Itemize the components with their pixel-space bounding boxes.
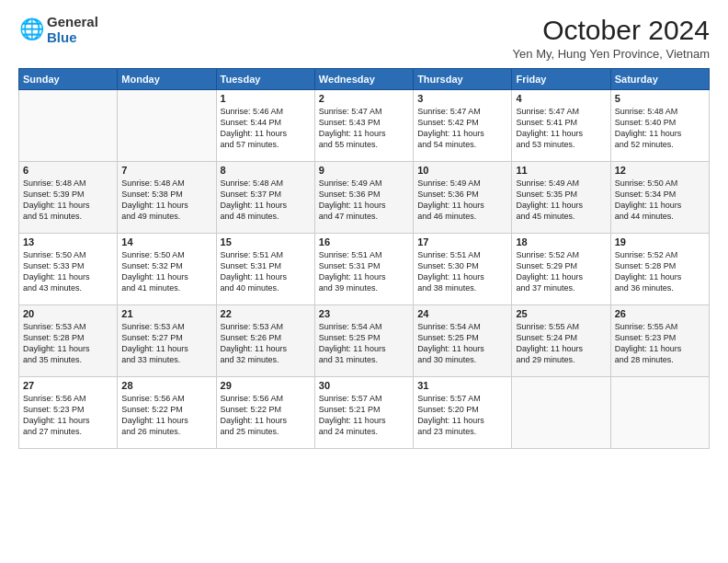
day-cell: 21Sunrise: 5:53 AM Sunset: 5:27 PM Dayli… (118, 305, 216, 377)
day-number: 24 (417, 308, 507, 319)
day-cell (610, 377, 709, 449)
day-cell (512, 377, 610, 449)
day-number: 3 (417, 93, 507, 104)
day-cell: 26Sunrise: 5:55 AM Sunset: 5:23 PM Dayli… (610, 305, 709, 377)
day-number: 17 (417, 236, 507, 247)
col-header-wednesday: Wednesday (314, 69, 413, 90)
day-cell: 24Sunrise: 5:54 AM Sunset: 5:25 PM Dayli… (414, 305, 512, 377)
day-number: 23 (319, 308, 409, 319)
col-header-friday: Friday (512, 69, 610, 90)
week-row-5: 27Sunrise: 5:56 AM Sunset: 5:23 PM Dayli… (19, 377, 710, 449)
day-cell: 15Sunrise: 5:51 AM Sunset: 5:31 PM Dayli… (216, 234, 314, 305)
day-info: Sunrise: 5:48 AM Sunset: 5:40 PM Dayligh… (615, 106, 705, 151)
day-number: 11 (516, 165, 606, 176)
day-cell: 17Sunrise: 5:51 AM Sunset: 5:30 PM Dayli… (414, 234, 512, 305)
day-info: Sunrise: 5:53 AM Sunset: 5:28 PM Dayligh… (23, 321, 113, 366)
day-cell: 13Sunrise: 5:50 AM Sunset: 5:33 PM Dayli… (19, 234, 118, 305)
day-number: 10 (417, 165, 507, 176)
col-header-sunday: Sunday (19, 69, 118, 90)
day-info: Sunrise: 5:53 AM Sunset: 5:27 PM Dayligh… (121, 321, 211, 366)
day-info: Sunrise: 5:56 AM Sunset: 5:23 PM Dayligh… (23, 393, 113, 438)
day-cell: 8Sunrise: 5:48 AM Sunset: 5:37 PM Daylig… (216, 162, 314, 234)
logo-text: General Blue (47, 15, 98, 45)
day-info: Sunrise: 5:51 AM Sunset: 5:31 PM Dayligh… (319, 249, 409, 294)
day-number: 12 (615, 165, 705, 176)
day-number: 14 (121, 236, 211, 247)
day-cell: 20Sunrise: 5:53 AM Sunset: 5:28 PM Dayli… (19, 305, 118, 377)
day-info: Sunrise: 5:51 AM Sunset: 5:30 PM Dayligh… (417, 249, 507, 294)
day-cell: 30Sunrise: 5:57 AM Sunset: 5:21 PM Dayli… (314, 377, 413, 449)
day-number: 1 (221, 93, 311, 104)
day-number: 9 (319, 165, 409, 176)
day-info: Sunrise: 5:48 AM Sunset: 5:39 PM Dayligh… (23, 178, 113, 223)
day-info: Sunrise: 5:47 AM Sunset: 5:43 PM Dayligh… (319, 106, 409, 151)
day-cell: 19Sunrise: 5:52 AM Sunset: 5:28 PM Dayli… (610, 234, 709, 305)
day-info: Sunrise: 5:54 AM Sunset: 5:25 PM Dayligh… (319, 321, 409, 366)
day-info: Sunrise: 5:51 AM Sunset: 5:31 PM Dayligh… (221, 249, 311, 294)
day-number: 28 (121, 380, 211, 391)
day-cell: 4Sunrise: 5:47 AM Sunset: 5:41 PM Daylig… (512, 90, 610, 162)
day-cell: 16Sunrise: 5:51 AM Sunset: 5:31 PM Dayli… (314, 234, 413, 305)
day-cell: 18Sunrise: 5:52 AM Sunset: 5:29 PM Dayli… (512, 234, 610, 305)
week-row-1: 1Sunrise: 5:46 AM Sunset: 5:44 PM Daylig… (19, 90, 710, 162)
day-info: Sunrise: 5:57 AM Sunset: 5:21 PM Dayligh… (319, 393, 409, 438)
day-cell: 1Sunrise: 5:46 AM Sunset: 5:44 PM Daylig… (216, 90, 314, 162)
day-cell: 2Sunrise: 5:47 AM Sunset: 5:43 PM Daylig… (314, 90, 413, 162)
day-info: Sunrise: 5:52 AM Sunset: 5:29 PM Dayligh… (516, 249, 606, 294)
day-info: Sunrise: 5:53 AM Sunset: 5:26 PM Dayligh… (221, 321, 311, 366)
day-number: 19 (615, 236, 705, 247)
day-cell: 22Sunrise: 5:53 AM Sunset: 5:26 PM Dayli… (216, 305, 314, 377)
day-cell: 27Sunrise: 5:56 AM Sunset: 5:23 PM Dayli… (19, 377, 118, 449)
day-info: Sunrise: 5:54 AM Sunset: 5:25 PM Dayligh… (417, 321, 507, 366)
svg-text:🌐: 🌐 (19, 17, 45, 41)
day-info: Sunrise: 5:48 AM Sunset: 5:37 PM Dayligh… (221, 178, 311, 223)
week-row-2: 6Sunrise: 5:48 AM Sunset: 5:39 PM Daylig… (19, 162, 710, 234)
page: 🌐 General Blue October 2024 Yen My, Hung… (0, 0, 728, 563)
day-info: Sunrise: 5:56 AM Sunset: 5:22 PM Dayligh… (121, 393, 211, 438)
logo: 🌐 General Blue (18, 15, 98, 45)
col-header-monday: Monday (118, 69, 216, 90)
day-number: 22 (221, 308, 311, 319)
day-cell: 28Sunrise: 5:56 AM Sunset: 5:22 PM Dayli… (118, 377, 216, 449)
day-number: 26 (615, 308, 705, 319)
day-number: 30 (319, 380, 409, 391)
day-cell (19, 90, 118, 162)
day-info: Sunrise: 5:46 AM Sunset: 5:44 PM Dayligh… (221, 106, 311, 151)
day-number: 15 (221, 236, 311, 247)
day-number: 8 (221, 165, 311, 176)
header: 🌐 General Blue October 2024 Yen My, Hung… (18, 15, 710, 61)
day-number: 27 (23, 380, 113, 391)
day-info: Sunrise: 5:50 AM Sunset: 5:34 PM Dayligh… (615, 178, 705, 223)
logo-blue: Blue (47, 30, 98, 46)
day-cell: 6Sunrise: 5:48 AM Sunset: 5:39 PM Daylig… (19, 162, 118, 234)
day-number: 7 (121, 165, 211, 176)
day-number: 21 (121, 308, 211, 319)
day-info: Sunrise: 5:48 AM Sunset: 5:38 PM Dayligh… (121, 178, 211, 223)
day-info: Sunrise: 5:47 AM Sunset: 5:41 PM Dayligh… (516, 106, 606, 151)
day-info: Sunrise: 5:55 AM Sunset: 5:23 PM Dayligh… (615, 321, 705, 366)
day-cell: 5Sunrise: 5:48 AM Sunset: 5:40 PM Daylig… (610, 90, 709, 162)
logo-general: General (47, 15, 98, 30)
day-cell: 11Sunrise: 5:49 AM Sunset: 5:35 PM Dayli… (512, 162, 610, 234)
day-cell: 25Sunrise: 5:55 AM Sunset: 5:24 PM Dayli… (512, 305, 610, 377)
day-info: Sunrise: 5:49 AM Sunset: 5:36 PM Dayligh… (417, 178, 507, 223)
day-number: 5 (615, 93, 705, 104)
day-info: Sunrise: 5:49 AM Sunset: 5:35 PM Dayligh… (516, 178, 606, 223)
day-number: 6 (23, 165, 113, 176)
day-info: Sunrise: 5:49 AM Sunset: 5:36 PM Dayligh… (319, 178, 409, 223)
day-number: 4 (516, 93, 606, 104)
col-header-saturday: Saturday (610, 69, 709, 90)
day-cell (118, 90, 216, 162)
week-row-3: 13Sunrise: 5:50 AM Sunset: 5:33 PM Dayli… (19, 234, 710, 305)
day-info: Sunrise: 5:55 AM Sunset: 5:24 PM Dayligh… (516, 321, 606, 366)
day-cell: 9Sunrise: 5:49 AM Sunset: 5:36 PM Daylig… (314, 162, 413, 234)
header-row: SundayMondayTuesdayWednesdayThursdayFrid… (19, 69, 710, 90)
col-header-tuesday: Tuesday (216, 69, 314, 90)
month-title: October 2024 (513, 15, 710, 45)
day-number: 18 (516, 236, 606, 247)
day-info: Sunrise: 5:52 AM Sunset: 5:28 PM Dayligh… (615, 249, 705, 294)
day-number: 16 (319, 236, 409, 247)
day-number: 25 (516, 308, 606, 319)
title-block: October 2024 Yen My, Hung Yen Province, … (513, 15, 710, 61)
day-info: Sunrise: 5:47 AM Sunset: 5:42 PM Dayligh… (417, 106, 507, 151)
